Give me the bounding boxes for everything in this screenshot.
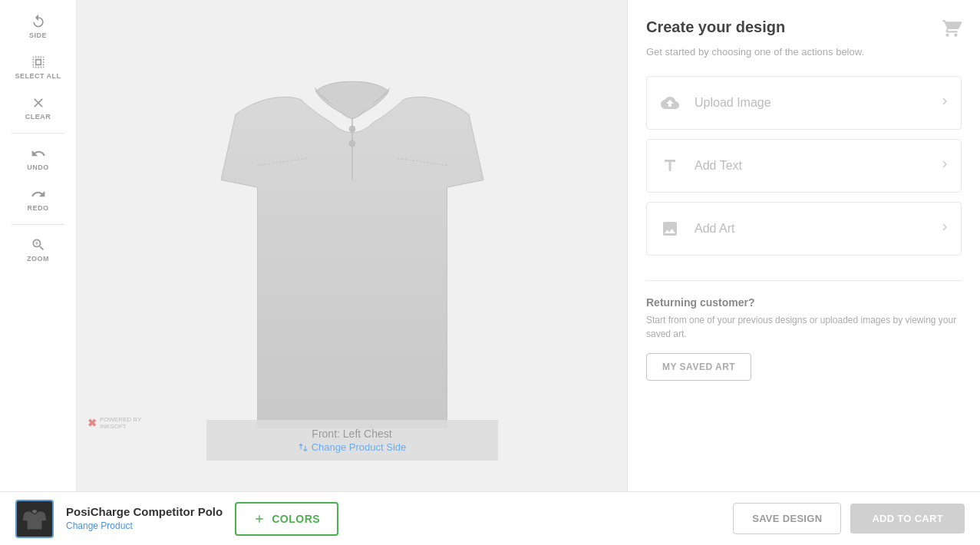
sidebar-item-undo[interactable]: UNDO [4,140,73,177]
svg-point-2 [349,140,355,147]
bottom-left: PosiCharge Competitor Polo Change Produc… [15,500,338,538]
bottom-right: SAVE DESIGN ADD TO CART [733,503,965,534]
right-panel: Create your design Get started by choosi… [627,0,980,491]
canvas-area: ✖ Powered byInkSoft [77,0,627,491]
inksoft-logo: ✖ [87,417,97,429]
sidebar-item-redo[interactable]: REDO [4,180,73,218]
zoom-icon [31,237,46,253]
product-info: PosiCharge Competitor Polo Change Produc… [66,505,223,532]
svg-point-1 [349,126,355,132]
bottom-bar: PosiCharge Competitor Polo Change Produc… [0,491,980,545]
text-icon-container [656,152,684,180]
sidebar-item-side[interactable]: SIDE [4,8,73,45]
art-chevron [938,220,952,237]
returning-section: Returning customer? Start from one of yo… [646,296,962,381]
cart-icon[interactable] [942,18,962,41]
select-all-icon [31,54,46,70]
sidebar-item-clear[interactable]: CLEAR [4,89,73,127]
add-to-cart-button[interactable]: ADD TO CART [850,504,965,533]
product-label-area: Front: Left Chest Change Product Side [206,420,498,461]
sidebar-redo-label: REDO [27,204,48,212]
upload-image-action[interactable]: Upload Image [646,76,962,130]
product-image-container: Front: Left Chest Change Product Side [206,31,498,461]
sidebar-item-zoom[interactable]: ZOOM [4,231,73,269]
panel-subtitle: Get started by choosing one of the actio… [646,46,962,58]
clear-icon [31,95,46,111]
change-product-link[interactable]: Change Product [66,520,133,531]
upload-icon-container [656,89,684,117]
sidebar-side-label: SIDE [29,31,47,39]
upload-chevron [938,94,952,111]
colors-button[interactable]: COLORS [235,502,338,536]
art-icon-container [656,215,684,243]
left-sidebar: SIDE SELECT ALL CLEAR UNDO REDO [0,0,77,491]
sidebar-undo-label: UNDO [27,164,49,171]
sidebar-clear-label: CLEAR [25,113,51,121]
product-thumbnail[interactable] [15,500,54,538]
product-image: Front: Left Chest Change Product Side [206,31,498,461]
rotate-icon [31,14,46,29]
returning-title: Returning customer? [646,296,962,309]
sidebar-divider-2 [12,224,64,225]
redo-icon [31,187,46,202]
plus-icon [253,513,266,525]
add-art-label: Add Art [695,222,938,236]
save-design-button[interactable]: SAVE DESIGN [733,503,841,534]
sidebar-divider-1 [12,133,64,134]
saved-art-button[interactable]: MY SAVED ART [646,353,751,381]
sidebar-zoom-label: ZOOM [27,255,49,263]
powered-by-text: Powered byInkSoft [100,416,141,430]
sidebar-selectall-label: SELECT ALL [15,72,61,80]
product-name: PosiCharge Competitor Polo [66,505,223,518]
art-icon [661,220,679,238]
upload-icon [661,94,679,112]
text-icon [661,157,679,175]
add-text-action[interactable]: Add Text [646,139,962,193]
product-label-text: Front: Left Chest [214,428,490,440]
colors-button-label: COLORS [272,513,320,525]
returning-desc: Start from one of your previous designs … [646,313,962,341]
arrows-icon [298,442,309,453]
change-side-link[interactable]: Change Product Side [214,441,490,453]
add-art-action[interactable]: Add Art [646,202,962,256]
panel-title: Create your design [646,18,785,36]
sidebar-item-select-all[interactable]: SELECT ALL [4,48,73,86]
undo-icon [31,146,46,161]
thumbnail-shirt-icon [21,506,48,532]
panel-divider [646,280,962,281]
upload-image-label: Upload Image [695,96,938,110]
panel-header: Create your design [646,18,962,41]
powered-by-badge: ✖ Powered byInkSoft [87,416,141,430]
text-chevron [938,157,952,174]
add-text-label: Add Text [695,159,938,173]
polo-shirt-svg [206,31,498,461]
